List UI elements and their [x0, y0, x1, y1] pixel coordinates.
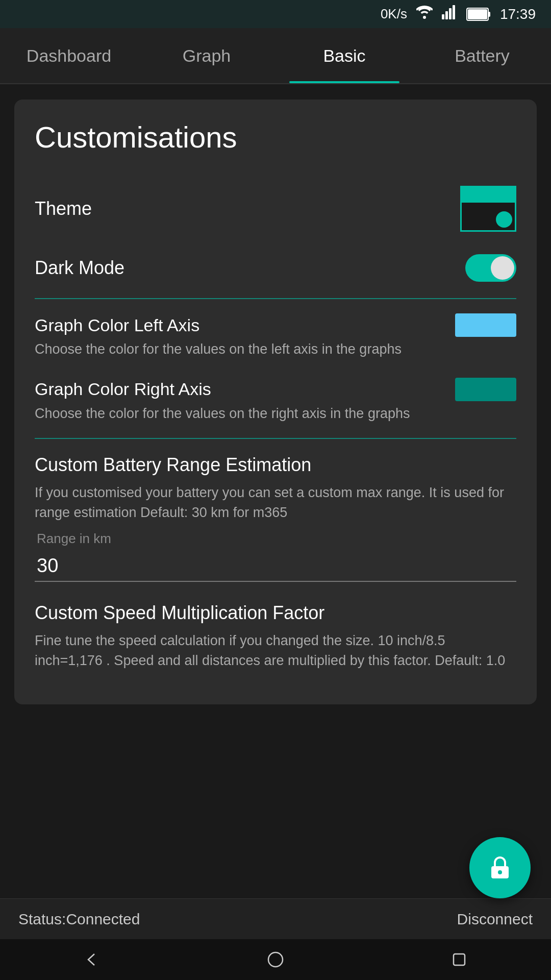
divider-1 [35, 298, 516, 299]
graph-color-right-section: Graph Color Right Axis Choose the color … [35, 369, 516, 433]
signal-icon [442, 5, 457, 23]
recents-icon [449, 950, 469, 969]
dark-mode-toggle[interactable] [465, 254, 516, 282]
nav-bar [0, 939, 551, 980]
nav-home-button[interactable] [255, 939, 296, 980]
nav-back-button[interactable] [71, 939, 112, 980]
card-title: Customisations [35, 120, 516, 154]
status-bar: 0K/s 17:39 [0, 0, 551, 28]
customisations-card: Customisations Theme Dark Mode Graph Col… [14, 100, 537, 704]
tab-bar: Dashboard Graph Basic Battery [0, 28, 551, 84]
dark-mode-row: Dark Mode [35, 243, 516, 293]
disconnect-button[interactable]: Disconnect [457, 911, 533, 928]
custom-battery-section: Custom Battery Range Estimation If you c… [35, 444, 516, 597]
dark-mode-knob [491, 256, 514, 280]
svg-point-8 [498, 870, 502, 874]
custom-speed-title: Custom Speed Multiplication Factor [35, 602, 516, 624]
theme-label: Theme [35, 198, 92, 219]
svg-rect-1 [445, 11, 448, 19]
theme-row: Theme [35, 175, 516, 243]
tab-basic[interactable]: Basic [276, 28, 413, 83]
divider-2 [35, 438, 516, 439]
graph-color-right-desc: Choose the color for the values on the r… [35, 404, 516, 424]
graph-color-right-swatch[interactable] [455, 378, 516, 401]
tab-dashboard[interactable]: Dashboard [0, 28, 138, 83]
back-icon [82, 950, 102, 969]
wifi-icon [416, 6, 433, 22]
bottom-status-bar: Status:Connected Disconnect [0, 898, 551, 939]
theme-dot [496, 211, 512, 228]
battery-indicator [466, 8, 491, 21]
svg-rect-2 [449, 8, 452, 19]
custom-battery-desc: If you customised your battery you can s… [35, 483, 516, 523]
svg-rect-5 [488, 12, 490, 17]
custom-speed-section: Custom Speed Multiplication Factor Fine … [35, 597, 516, 694]
svg-rect-6 [468, 9, 487, 19]
battery-range-hint: Range in km [35, 531, 516, 547]
svg-rect-0 [442, 14, 444, 19]
graph-color-left-desc: Choose the color for the values on the l… [35, 340, 516, 359]
network-speed: 0K/s [381, 6, 407, 22]
graph-color-left-row: Graph Color Left Axis [35, 313, 516, 337]
graph-color-right-label: Graph Color Right Axis [35, 379, 211, 399]
graph-color-right-row: Graph Color Right Axis [35, 378, 516, 401]
fab-lock-button[interactable] [469, 837, 531, 898]
graph-color-left-section: Graph Color Left Axis Choose the color f… [35, 304, 516, 369]
connection-status: Status:Connected [18, 911, 140, 928]
graph-color-left-label: Graph Color Left Axis [35, 315, 199, 335]
time-display: 17:39 [500, 6, 536, 22]
tab-battery[interactable]: Battery [413, 28, 551, 83]
custom-speed-desc: Fine tune the speed calculation if you c… [35, 631, 516, 671]
svg-rect-3 [453, 5, 455, 19]
battery-range-input[interactable] [35, 551, 516, 582]
dark-mode-label: Dark Mode [35, 257, 124, 279]
lock-icon [486, 854, 514, 881]
nav-recents-button[interactable] [439, 939, 480, 980]
tab-graph[interactable]: Graph [138, 28, 276, 83]
svg-rect-10 [454, 954, 465, 965]
home-icon [266, 950, 285, 969]
svg-point-9 [268, 952, 283, 967]
battery-input-section: Range in km [35, 526, 516, 592]
theme-top-bar [462, 187, 515, 203]
graph-color-left-swatch[interactable] [455, 313, 516, 337]
custom-battery-title: Custom Battery Range Estimation [35, 454, 516, 476]
theme-button[interactable] [460, 186, 516, 232]
main-content: Customisations Theme Dark Mode Graph Col… [0, 84, 551, 980]
